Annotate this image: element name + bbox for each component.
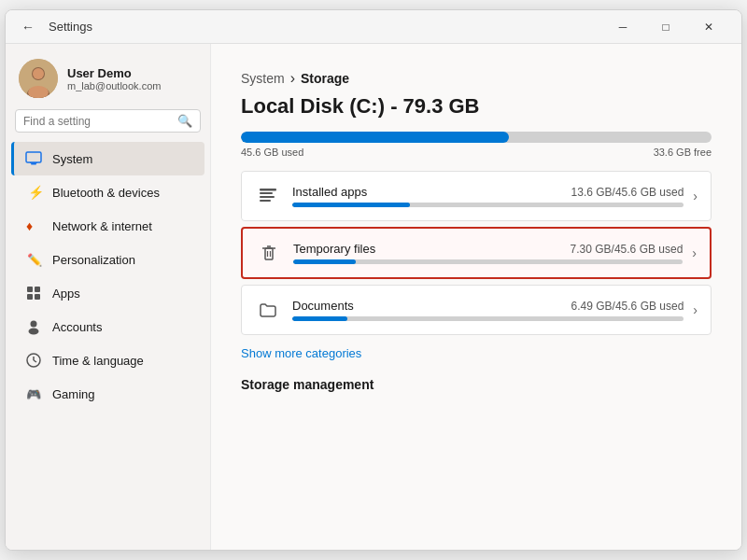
svg-text:✏️: ✏️ (27, 252, 42, 268)
breadcrumb-current: Storage (301, 71, 349, 86)
minimize-button[interactable]: ─ (601, 10, 644, 44)
documents-chevron: › (693, 302, 698, 317)
trash-icon (256, 240, 282, 266)
close-button[interactable]: ✕ (687, 10, 730, 44)
documents-bar-track (292, 316, 684, 321)
search-input[interactable] (23, 115, 177, 128)
installed-apps-bar-fill (292, 203, 410, 207)
sidebar-item-network[interactable]: ♦ Network & internet (11, 209, 204, 243)
sidebar-item-apps-label: Apps (52, 287, 80, 301)
maximize-button[interactable]: □ (644, 10, 687, 44)
sidebar-item-time-label: Time & language (52, 354, 144, 368)
storage-item-info: Installed apps 13.6 GB/45.6 GB used (292, 185, 684, 207)
svg-rect-22 (260, 192, 273, 194)
temp-files-bar-track (293, 259, 683, 264)
sidebar-item-network-label: Network & internet (52, 219, 152, 233)
content-area: User Demo m_lab@outlook.com 🔍 System ⚡ (6, 44, 741, 550)
svg-point-15 (31, 321, 37, 328)
documents-size: 6.49 GB/45.6 GB used (571, 300, 684, 313)
apps-list-icon (255, 183, 281, 209)
storage-item-installed-apps[interactable]: Installed apps 13.6 GB/45.6 GB used › (241, 171, 712, 221)
storage-list: Installed apps 13.6 GB/45.6 GB used › (241, 171, 712, 341)
person-icon (24, 317, 43, 336)
user-profile: User Demo m_lab@outlook.com (6, 44, 210, 109)
settings-window: ← Settings ─ □ ✕ Use (5, 9, 742, 551)
sidebar-item-gaming-label: Gaming (52, 387, 95, 401)
bluetooth-icon: ⚡ (24, 183, 43, 202)
svg-rect-7 (30, 162, 37, 163)
disk-bar-fill (241, 132, 509, 143)
search-icon: 🔍 (177, 114, 192, 128)
sidebar-item-bluetooth[interactable]: ⚡ Bluetooth & devices (11, 175, 204, 209)
temp-files-name: Temporary files (293, 242, 375, 256)
documents-bar-fill (292, 316, 347, 321)
user-email: m_lab@outlook.com (67, 80, 161, 91)
svg-rect-11 (27, 287, 33, 292)
storage-item-temp-files[interactable]: Temporary files 7.30 GB/45.6 GB used › (241, 227, 712, 279)
disk-usage-bar: 45.6 GB used 33.6 GB free (241, 132, 712, 158)
storage-item-header: Installed apps 13.6 GB/45.6 GB used (292, 185, 684, 199)
svg-rect-21 (260, 189, 276, 191)
temp-files-info: Temporary files 7.30 GB/45.6 GB used (293, 242, 683, 264)
breadcrumb-separator: › (290, 70, 295, 87)
disk-free-label: 33.6 GB free (654, 147, 712, 158)
network-icon: ♦ (24, 217, 43, 235)
sidebar-item-apps[interactable]: Apps (11, 276, 204, 310)
sidebar-item-personalization[interactable]: ✏️ Personalization (11, 243, 204, 276)
installed-apps-name: Installed apps (292, 185, 367, 199)
installed-apps-size: 13.6 GB/45.6 GB used (571, 186, 684, 199)
svg-text:🎮: 🎮 (26, 386, 42, 402)
svg-rect-12 (35, 287, 40, 292)
temp-files-bar-fill (293, 259, 356, 264)
sidebar-item-system-label: System (52, 152, 92, 166)
svg-rect-25 (265, 248, 273, 259)
sidebar-item-system[interactable]: System (11, 142, 204, 175)
sidebar-item-gaming[interactable]: 🎮 Gaming (11, 377, 204, 411)
svg-line-19 (34, 360, 36, 362)
installed-apps-bar-track (292, 203, 684, 207)
sidebar-item-accounts[interactable]: Accounts (11, 310, 204, 343)
documents-info: Documents 6.49 GB/45.6 GB used (292, 299, 684, 321)
svg-rect-24 (260, 200, 271, 202)
svg-rect-13 (27, 294, 33, 300)
disk-bar-labels: 45.6 GB used 33.6 GB free (241, 147, 712, 158)
breadcrumb: System › Storage (241, 70, 712, 87)
svg-rect-5 (26, 152, 41, 162)
sidebar-item-accounts-label: Accounts (52, 320, 102, 334)
titlebar: ← Settings ─ □ ✕ (6, 10, 741, 44)
svg-point-3 (33, 68, 44, 79)
svg-text:⚡: ⚡ (28, 185, 42, 201)
storage-item-documents[interactable]: Documents 6.49 GB/45.6 GB used › (241, 285, 712, 335)
main-content: System › Storage Local Disk (C:) - 79.3 … (211, 44, 741, 550)
pencil-icon: ✏️ (24, 250, 43, 269)
gaming-icon: 🎮 (24, 385, 43, 403)
svg-rect-6 (31, 163, 36, 165)
page-title: Local Disk (C:) - 79.3 GB (241, 94, 712, 119)
folder-icon (255, 297, 281, 323)
documents-name: Documents (292, 299, 354, 313)
user-name: User Demo (67, 66, 161, 80)
titlebar-controls: ─ □ ✕ (601, 10, 730, 44)
titlebar-title: Settings (49, 20, 601, 34)
svg-rect-14 (35, 294, 40, 300)
storage-management-title: Storage management (241, 377, 712, 392)
svg-point-16 (29, 329, 39, 335)
clock-icon (24, 351, 43, 370)
sidebar: User Demo m_lab@outlook.com 🔍 System ⚡ (6, 44, 211, 550)
installed-apps-chevron: › (693, 189, 698, 203)
sidebar-item-personalization-label: Personalization (52, 253, 135, 267)
svg-rect-23 (260, 196, 275, 198)
temp-files-header: Temporary files 7.30 GB/45.6 GB used (293, 242, 683, 256)
search-box[interactable]: 🔍 (15, 109, 201, 133)
show-more-link[interactable]: Show more categories (241, 346, 361, 360)
back-button[interactable]: ← (17, 18, 39, 36)
breadcrumb-parent: System (241, 71, 285, 86)
sidebar-item-bluetooth-label: Bluetooth & devices (52, 186, 160, 200)
temp-files-chevron: › (692, 245, 697, 260)
avatar (19, 59, 58, 98)
disk-bar-track (241, 132, 712, 143)
documents-header: Documents 6.49 GB/45.6 GB used (292, 299, 684, 313)
sidebar-item-time[interactable]: Time & language (11, 343, 204, 377)
temp-files-size: 7.30 GB/45.6 GB used (571, 243, 684, 256)
apps-icon (24, 284, 43, 302)
